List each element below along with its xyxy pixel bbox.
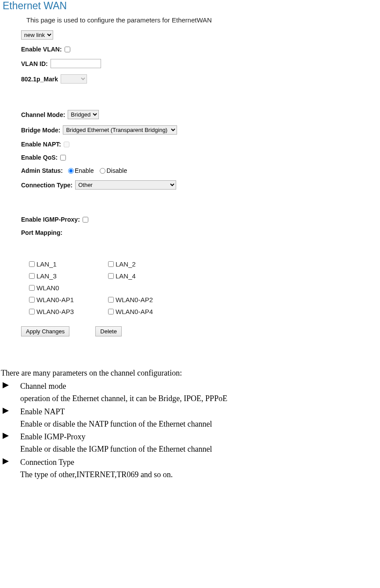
bullet-icon — [1, 380, 20, 405]
port-mapping-label: Port Mapping: — [21, 229, 62, 236]
doc-item-desc: Enable or disable the NATP function of t… — [20, 418, 380, 431]
igmp-checkbox[interactable] — [83, 217, 88, 223]
svg-marker-0 — [3, 382, 9, 388]
doc-item-desc: The type of other,INTERNET,TR069 and so … — [20, 469, 380, 481]
port-mapping-cell: LAN_1 — [29, 260, 108, 268]
connection-type-select[interactable]: Other — [75, 180, 176, 190]
apply-button[interactable]: Apply Changes — [21, 326, 69, 336]
admin-status-row: Admin Status: Enable Disable — [21, 167, 380, 174]
doc-item-desc: operation of the Ethernet channel, it ca… — [20, 393, 380, 405]
channel-mode-label: Channel Mode: — [21, 111, 65, 118]
bullet-icon — [1, 457, 20, 481]
vlan-id-label: VLAN ID: — [21, 60, 48, 67]
port-mapping-cell: LAN_4 — [108, 272, 187, 280]
port-mapping-cell: WLAN0-AP4 — [108, 308, 187, 315]
enable-qos-checkbox[interactable] — [60, 155, 66, 161]
enable-vlan-checkbox[interactable] — [65, 47, 70, 52]
lan2-checkbox[interactable] — [108, 261, 114, 267]
page-title: Ethernet WAN — [0, 0, 380, 14]
bullet-icon — [1, 406, 20, 431]
connection-type-row: Connection Type: Other — [21, 180, 380, 190]
port-mapping-header-row: Port Mapping: — [21, 229, 380, 236]
vlan-id-input[interactable] — [51, 59, 101, 68]
documentation-block: There are many parameters on the channel… — [1, 367, 380, 481]
channel-mode-row: Channel Mode: Bridged — [21, 110, 380, 119]
svg-marker-2 — [3, 433, 9, 439]
doc-item-title: Connection Type — [20, 457, 380, 469]
wlan0-ap4-checkbox[interactable] — [108, 309, 114, 314]
delete-button[interactable]: Delete — [95, 326, 122, 336]
wlan0-ap4-label: WLAN0-AP4 — [116, 308, 153, 315]
lan3-label: LAN_3 — [36, 272, 57, 280]
wlan0-label: WLAN0 — [36, 284, 59, 292]
port-mapping-cell: LAN_3 — [29, 272, 108, 280]
lan1-checkbox[interactable] — [29, 261, 35, 267]
mark-label: 802.1p_Mark — [21, 76, 58, 83]
doc-item: Channel mode operation of the Ethernet c… — [1, 380, 380, 405]
bridge-mode-select[interactable]: Bridged Ethernet (Transparent Bridging) — [63, 125, 177, 135]
wlan0-ap2-label: WLAN0-AP2 — [116, 296, 153, 303]
port-mapping-cell: WLAN0-AP3 — [29, 308, 108, 315]
vlan-id-row: VLAN ID: — [21, 59, 380, 68]
lan4-label: LAN_4 — [116, 272, 136, 280]
wlan0-ap2-checkbox[interactable] — [108, 297, 114, 303]
port-mapping-cell: LAN_2 — [108, 260, 187, 268]
button-row: Apply Changes Delete — [21, 326, 380, 336]
doc-item: Enable IGMP-Proxy Enable or disable the … — [1, 431, 380, 456]
port-mapping-row: LAN_3 LAN_4 — [29, 272, 380, 280]
enable-qos-row: Enable QoS: — [21, 154, 380, 161]
enable-napt-row: Enable NAPT: — [21, 141, 380, 148]
lan2-label: LAN_2 — [116, 260, 136, 268]
doc-intro: There are many parameters on the channel… — [1, 367, 380, 380]
wlan0-checkbox[interactable] — [29, 285, 35, 291]
port-mapping-cell: WLAN0-AP2 — [108, 296, 187, 303]
doc-item-title: Enable NAPT — [20, 406, 380, 418]
doc-item: Connection Type The type of other,INTERN… — [1, 457, 380, 481]
admin-disable-radio[interactable] — [100, 168, 105, 174]
config-form: new link Enable VLAN: VLAN ID: 802.1p_Ma… — [21, 30, 380, 336]
igmp-row: Enable IGMP-Proxy: — [21, 216, 380, 223]
lan3-checkbox[interactable] — [29, 273, 35, 279]
wlan0-ap3-checkbox[interactable] — [29, 309, 35, 314]
igmp-label: Enable IGMP-Proxy: — [21, 216, 80, 223]
wlan0-ap1-label: WLAN0-AP1 — [36, 296, 74, 303]
port-mapping-cell: WLAN0 — [29, 284, 108, 292]
doc-item: Enable NAPT Enable or disable the NATP f… — [1, 406, 380, 431]
bullet-icon — [1, 431, 20, 456]
mark-select[interactable] — [61, 74, 87, 84]
port-mapping-row: WLAN0 — [29, 284, 380, 292]
bridge-mode-row: Bridge Mode: Bridged Ethernet (Transpare… — [21, 125, 380, 135]
channel-mode-select[interactable]: Bridged — [68, 110, 99, 119]
mark-row: 802.1p_Mark — [21, 74, 380, 84]
enable-napt-checkbox[interactable] — [64, 142, 69, 147]
enable-qos-label: Enable QoS: — [21, 154, 58, 161]
enable-napt-label: Enable NAPT: — [21, 141, 61, 148]
bridge-mode-label: Bridge Mode: — [21, 127, 60, 134]
enable-vlan-row: Enable VLAN: — [21, 46, 380, 53]
doc-item-title: Channel mode — [20, 380, 380, 393]
doc-item-title: Enable IGMP-Proxy — [20, 431, 380, 443]
port-mapping-grid: LAN_1 LAN_2 LAN_3 LAN_4 WLAN0 WLAN0-AP1 — [29, 260, 380, 315]
link-select-row: new link — [21, 30, 380, 40]
port-mapping-row: LAN_1 LAN_2 — [29, 260, 380, 268]
svg-marker-1 — [3, 408, 9, 414]
svg-marker-3 — [3, 458, 9, 464]
admin-enable-radio[interactable] — [68, 168, 74, 174]
port-mapping-row: WLAN0-AP3 WLAN0-AP4 — [29, 308, 380, 315]
lan1-label: LAN_1 — [36, 260, 57, 268]
admin-enable-label: Enable — [75, 167, 94, 174]
enable-vlan-label: Enable VLAN: — [21, 46, 62, 53]
page-description: This page is used to configure the param… — [26, 16, 380, 24]
port-mapping-row: WLAN0-AP1 WLAN0-AP2 — [29, 296, 380, 303]
wlan0-ap1-checkbox[interactable] — [29, 297, 35, 303]
doc-item-desc: Enable or disable the IGMP function of t… — [20, 443, 380, 456]
lan4-checkbox[interactable] — [108, 273, 114, 279]
wlan0-ap3-label: WLAN0-AP3 — [36, 308, 74, 315]
link-select[interactable]: new link — [21, 30, 53, 40]
admin-disable-label: Disable — [106, 167, 127, 174]
connection-type-label: Connection Type: — [21, 182, 72, 189]
port-mapping-cell: WLAN0-AP1 — [29, 296, 108, 303]
admin-status-label: Admin Status: — [21, 167, 63, 174]
